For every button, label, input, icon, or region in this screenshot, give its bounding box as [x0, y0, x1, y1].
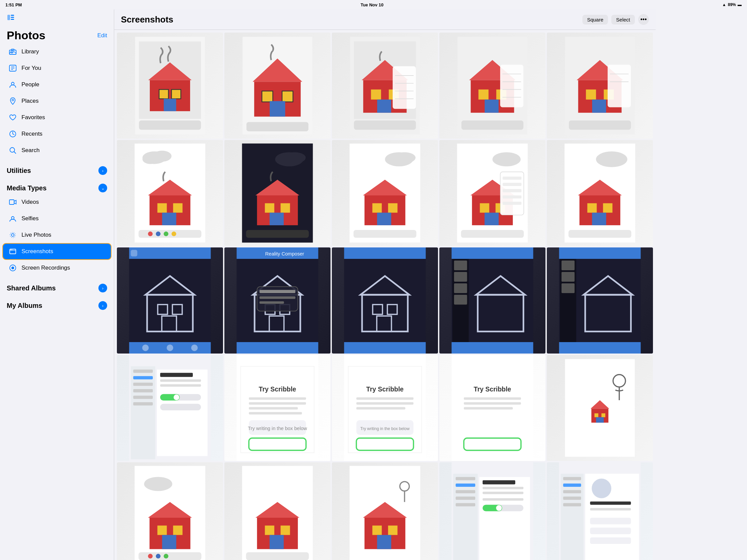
shared-albums-chevron[interactable]: › [98, 284, 107, 292]
photo-cell[interactable] [439, 247, 545, 353]
my-albums-chevron[interactable]: › [98, 301, 107, 310]
svg-point-16 [11, 217, 14, 219]
photo-cell[interactable] [547, 355, 653, 461]
screenshots-icon [8, 247, 18, 256]
svg-rect-45 [377, 100, 391, 113]
sidebar-item-videos[interactable]: Videos [3, 194, 111, 210]
sidebar-item-search[interactable]: Search [3, 142, 111, 158]
square-button[interactable]: Square [583, 15, 608, 25]
photo-cell[interactable] [224, 32, 331, 139]
svg-rect-131 [131, 250, 137, 256]
svg-rect-165 [454, 261, 467, 270]
select-button[interactable]: Select [611, 15, 635, 25]
photo-cell[interactable]: Try Scribble [439, 355, 545, 461]
photo-cell[interactable] [117, 462, 223, 560]
recents-icon [8, 129, 18, 139]
svg-rect-173 [559, 247, 641, 259]
svg-rect-167 [454, 283, 467, 293]
svg-rect-279 [590, 502, 631, 505]
svg-rect-46 [393, 66, 416, 109]
svg-rect-55 [478, 90, 488, 100]
svg-point-238 [148, 554, 153, 559]
sidebar-edit-button[interactable]: Edit [97, 32, 107, 39]
svg-rect-262 [479, 477, 530, 560]
svg-rect-217 [456, 366, 529, 453]
svg-point-12 [12, 99, 14, 101]
photo-cell[interactable]: Try Scribble Try writing in the box belo… [332, 355, 438, 461]
svg-point-269 [496, 505, 502, 511]
svg-rect-244 [265, 526, 275, 535]
photo-cell[interactable] [117, 140, 223, 246]
sidebar-item-library[interactable]: Library [3, 44, 111, 60]
photo-cell[interactable] [117, 32, 223, 139]
svg-point-278 [592, 479, 611, 498]
photo-cell[interactable] [439, 140, 545, 246]
photo-cell[interactable] [332, 247, 438, 353]
svg-rect-234 [157, 526, 167, 535]
photo-cell[interactable] [332, 140, 438, 246]
svg-rect-1 [11, 15, 14, 16]
photo-cell[interactable] [224, 462, 331, 560]
svg-rect-185 [133, 383, 153, 386]
sidebar-header: Photos Edit [0, 24, 114, 43]
svg-rect-201 [249, 402, 306, 404]
sidebar-item-for-you[interactable]: For You [3, 60, 111, 76]
svg-rect-257 [456, 477, 475, 480]
svg-rect-166 [454, 272, 467, 282]
photo-cell[interactable] [224, 140, 331, 246]
svg-rect-29 [172, 90, 181, 99]
photo-cell[interactable]: Reality Composer [224, 247, 331, 353]
screen-recordings-icon [8, 263, 18, 273]
svg-rect-196 [160, 404, 201, 410]
svg-point-139 [166, 344, 173, 351]
status-bar: 1:51 PM Tue Nov 10 ▲ 89% ▬ [0, 0, 747, 9]
videos-icon [8, 197, 18, 207]
svg-rect-282 [590, 528, 631, 534]
utilities-section-header: Utilities › [0, 161, 114, 176]
sidebar-item-screenshots[interactable]: Screenshots [3, 243, 111, 260]
photo-cell[interactable] [547, 462, 653, 560]
svg-rect-115 [503, 177, 521, 180]
svg-rect-171 [452, 342, 533, 353]
svg-point-23 [11, 267, 14, 269]
photo-cell[interactable] [117, 247, 223, 353]
sidebar-item-live-photos[interactable]: Live Photos [3, 227, 111, 243]
svg-rect-2 [11, 17, 14, 18]
photo-cell[interactable]: Try Scribble Try writing in the box belo… [224, 355, 331, 461]
main-title: Screenshots [121, 15, 173, 25]
photo-cell[interactable] [547, 32, 653, 139]
more-icon: ••• [641, 16, 647, 23]
media-types-chevron[interactable]: ⌄ [98, 184, 107, 192]
photo-cell[interactable] [332, 32, 438, 139]
svg-rect-130 [129, 247, 211, 259]
svg-rect-200 [249, 397, 306, 400]
photo-cell[interactable] [547, 247, 653, 353]
svg-rect-259 [456, 490, 475, 494]
svg-point-138 [142, 344, 149, 351]
photo-cell[interactable] [547, 140, 653, 246]
svg-rect-266 [483, 498, 524, 501]
photo-cell[interactable] [439, 462, 545, 560]
photo-cell[interactable] [117, 355, 223, 461]
svg-rect-128 [568, 230, 631, 238]
people-label: People [22, 81, 39, 88]
photo-cell[interactable] [439, 32, 545, 139]
sidebar-item-screen-recordings[interactable]: Screen Recordings [3, 260, 111, 276]
svg-point-240 [163, 554, 168, 559]
more-button[interactable]: ••• [638, 14, 649, 25]
utilities-chevron[interactable]: › [98, 166, 107, 175]
sidebar-item-people[interactable]: People [3, 77, 111, 93]
sidebar-item-selfies[interactable]: Selfies [3, 211, 111, 226]
photo-grid: Reality Composer [117, 32, 653, 560]
sidebar-collapse-button[interactable] [5, 12, 16, 23]
sidebar-item-recents[interactable]: Recents [3, 126, 111, 142]
svg-point-122 [596, 152, 627, 167]
svg-rect-81 [173, 203, 182, 213]
svg-rect-161 [344, 342, 426, 353]
sidebar-title: Photos [7, 29, 45, 42]
for-you-icon [8, 63, 18, 73]
sidebar-item-favorites[interactable]: Favorites [3, 109, 111, 126]
svg-rect-15 [9, 200, 14, 205]
sidebar-item-places[interactable]: Places [3, 93, 111, 109]
photo-cell[interactable] [332, 462, 438, 560]
